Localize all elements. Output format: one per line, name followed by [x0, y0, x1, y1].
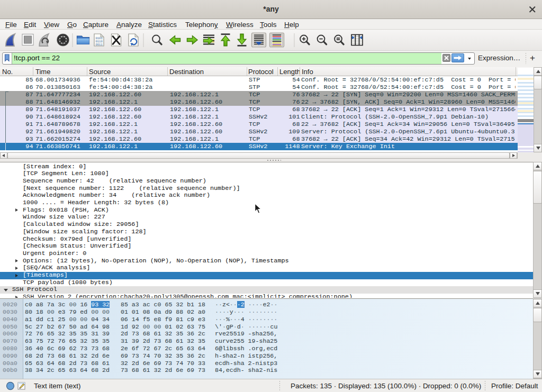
- svg-text:0011: 0011: [96, 43, 103, 47]
